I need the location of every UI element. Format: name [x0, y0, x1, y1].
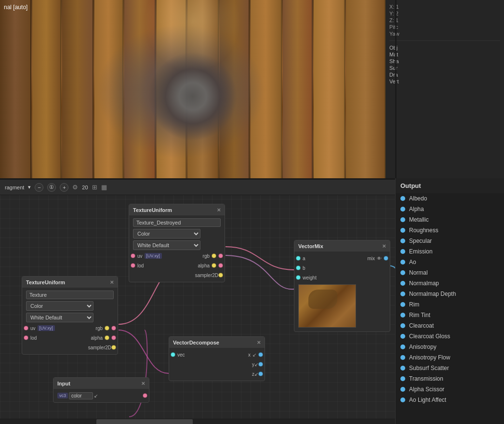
node-vector-mix[interactable]: VectorMix × a mix 👁 b [294, 240, 390, 332]
socket-vdecomp-x-out[interactable] [258, 352, 263, 357]
socket-vmix-weight-in[interactable] [296, 275, 301, 280]
color-mode-select[interactable]: Color [133, 229, 200, 238]
socket-specular[interactable] [400, 238, 405, 243]
z-coord-label: Z: 1 [389, 17, 406, 23]
socket-alpha-out2[interactable] [218, 263, 223, 268]
output-specular[interactable]: Specular [396, 236, 504, 246]
output-albedo[interactable]: Albedo [396, 193, 504, 204]
output-anisotropy[interactable]: Anisotropy [396, 342, 504, 352]
node-input-close[interactable]: × [141, 380, 145, 387]
socket-lod-in[interactable] [131, 263, 135, 268]
output-transmission[interactable]: Transmission [396, 373, 504, 384]
node-vector-mix-close[interactable]: × [382, 242, 386, 250]
socket-albedo[interactable] [400, 196, 405, 201]
horizontal-scrollbar[interactable] [0, 419, 395, 424]
socket-small-sampler-out[interactable] [111, 345, 116, 350]
small-color-mode-select[interactable]: Color [26, 301, 93, 311]
output-subsurf-scatter[interactable]: Subsurf Scatter [396, 363, 504, 373]
socket-metallic[interactable] [400, 217, 405, 222]
socket-rgb-out1[interactable] [212, 253, 216, 258]
toolbar-settings-icon[interactable]: ⚙ [72, 184, 78, 191]
output-normal[interactable]: Normal [396, 267, 504, 278]
socket-alpha-scissor[interactable] [400, 387, 405, 392]
socket-emission[interactable] [400, 249, 405, 254]
input-arrow-icon[interactable]: ↙ [94, 393, 98, 398]
socket-vmix-out[interactable] [384, 256, 388, 261]
socket-small-alpha-out1[interactable] [105, 335, 109, 340]
socket-small-rgb-out2[interactable] [111, 326, 116, 331]
output-normalmap-depth[interactable]: Normalmap Depth [396, 289, 504, 299]
socket-input-out[interactable] [143, 393, 147, 398]
socket-clearcoat-gloss[interactable] [400, 334, 405, 339]
node-texture-uniform-small-close[interactable]: × [110, 278, 114, 286]
output-emission[interactable]: Emission [396, 246, 504, 257]
eye-icon[interactable]: 👁 [377, 256, 382, 261]
color-mode-field[interactable]: Color [129, 228, 225, 239]
output-ao-light-affect[interactable]: Ao Light Affect [396, 395, 504, 405]
toolbar-minus-btn[interactable]: − [35, 183, 43, 192]
output-ao[interactable]: Ao [396, 257, 504, 267]
output-rim-tint[interactable]: Rim Tint [396, 310, 504, 320]
small-default-mode-field[interactable]: White Default [22, 312, 118, 323]
node-input[interactable]: Input × vc3 color ↙ [53, 377, 149, 403]
socket-alpha-out1[interactable] [212, 263, 216, 268]
socket-ao-light-affect[interactable] [400, 398, 405, 402]
socket-anisotropy[interactable] [400, 344, 405, 349]
socket-normalmap-depth[interactable] [400, 292, 405, 296]
node-texture-uniform-large-close[interactable]: × [217, 206, 221, 213]
output-clearcoat[interactable]: Clearcoat [396, 320, 504, 331]
scrollbar-thumb[interactable] [96, 419, 193, 424]
socket-sampler-out[interactable] [218, 273, 223, 278]
socket-alpha[interactable] [400, 207, 405, 212]
output-metallic[interactable]: Metallic [396, 214, 504, 225]
node-vector-decompose[interactable]: VectorDecompose × vec x ↙ y ↙ [169, 336, 265, 381]
socket-small-uv-in[interactable] [24, 326, 28, 331]
socket-vdecomp-z-out[interactable] [258, 371, 263, 376]
socket-vmix-b-in[interactable] [296, 265, 301, 270]
socket-vdecomp-vec-in[interactable] [171, 352, 175, 357]
toolbar-plus-btn[interactable]: + [60, 183, 68, 192]
socket-small-rgb-out1[interactable] [105, 326, 109, 331]
default-mode-field[interactable]: White Default [129, 239, 225, 251]
output-normalmap[interactable]: Normalmap [396, 278, 504, 289]
node-texture-uniform-large[interactable]: TextureUniform × Texture_Destroyed Color… [129, 204, 225, 282]
socket-rgb-out2[interactable] [218, 253, 223, 258]
node-vector-decompose-close[interactable]: × [257, 339, 261, 346]
input-badge: vc3 [57, 393, 68, 398]
output-clearcoat-gloss[interactable]: Clearcoat Gloss [396, 331, 504, 342]
socket-subsurf-scatter[interactable] [400, 366, 405, 371]
output-rim[interactable]: Rim [396, 299, 504, 310]
small-default-mode-select[interactable]: White Default [26, 313, 93, 322]
socket-roughness[interactable] [400, 228, 405, 233]
socket-rim-tint[interactable] [400, 313, 405, 318]
socket-small-alpha-out2[interactable] [111, 335, 116, 340]
socket-rim[interactable] [400, 302, 405, 307]
output-roughness[interactable]: Roughness [396, 225, 504, 236]
small-color-mode-field[interactable]: Color [22, 300, 118, 312]
toolbar-mode-arrow[interactable]: ▾ [28, 184, 31, 190]
output-alpha[interactable]: Alpha [396, 204, 504, 214]
viewport-label: nal [auto] [4, 4, 27, 11]
toolbar-layout-icon[interactable]: ⊞ [92, 184, 97, 191]
node-texture-uniform-small[interactable]: TextureUniform × Texture Color White Def… [22, 276, 118, 355]
default-mode-select[interactable]: White Default [133, 240, 200, 250]
socket-vdecomp-y-out[interactable] [258, 362, 263, 367]
socket-vmix-a-in[interactable] [296, 256, 301, 261]
toolbar-info-btn[interactable]: ① [47, 183, 56, 192]
socket-normalmap[interactable] [400, 281, 405, 286]
node-editor[interactable]: ragment ▾ − ① + ⚙ 20 ⊞ ▦ TextureUniform … [0, 180, 395, 424]
socket-small-lod-in[interactable] [24, 335, 28, 340]
yaw-label: Yaw [389, 31, 406, 37]
input-value[interactable]: color [69, 392, 93, 399]
socket-transmission[interactable] [400, 376, 405, 381]
socket-anisotropy-flow[interactable] [400, 355, 405, 360]
info-obj: Obj [389, 45, 500, 51]
socket-clearcoat[interactable] [400, 323, 405, 328]
toolbar-grid-icon[interactable]: ▦ [101, 184, 107, 191]
y-arrow-icon: ↙ [254, 362, 258, 367]
output-anisotropy-flow[interactable]: Anisotropy Flow [396, 352, 504, 363]
output-alpha-scissor[interactable]: Alpha Scissor [396, 384, 504, 395]
socket-normal[interactable] [400, 270, 405, 275]
socket-ao[interactable] [400, 260, 405, 265]
socket-uv-in[interactable] [131, 253, 135, 258]
